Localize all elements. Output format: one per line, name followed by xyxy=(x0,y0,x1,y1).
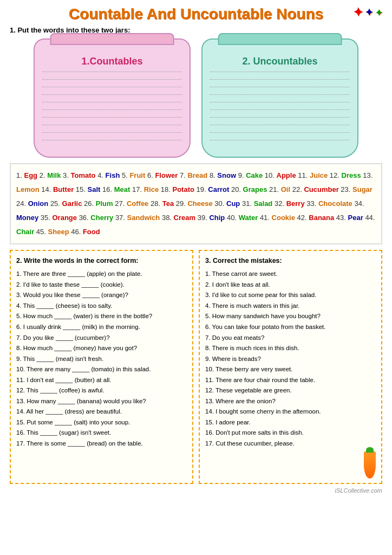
section2-list: 1. There are three _____ (apple) on the … xyxy=(16,269,187,449)
section2-box: 2. Write the words in the correct form: … xyxy=(10,250,193,484)
list-item: 10. There are many _____ (tomato) in thi… xyxy=(16,364,187,375)
decorative-food xyxy=(205,451,376,479)
word-item: Bread xyxy=(187,171,207,179)
word-number: 40. xyxy=(227,214,237,222)
carrot-image xyxy=(364,451,376,479)
word-item: Oil xyxy=(281,185,290,193)
word-number: 29. xyxy=(176,199,186,208)
word-number: 23. xyxy=(341,185,350,193)
word-number: 37. xyxy=(115,214,125,222)
word-number: 21. xyxy=(269,185,279,193)
list-item: 15. I adore pear. xyxy=(205,417,376,428)
word-number: 28. xyxy=(151,199,160,208)
word-number: 7. xyxy=(180,171,186,179)
word-number: 42. xyxy=(297,214,307,222)
jar-line xyxy=(210,94,350,95)
word-item: Flower xyxy=(155,171,178,179)
section3-list: 1. These carrot are sweet.2. I don't lik… xyxy=(205,269,376,449)
star-red-icon: ✦ xyxy=(353,5,363,20)
word-item: Egg xyxy=(24,171,37,179)
word-item: Carrot xyxy=(208,185,229,193)
list-item: 15. Put some _____ (salt) into your soup… xyxy=(16,417,187,428)
word-item: Onion xyxy=(28,199,49,208)
word-item: Cherry xyxy=(90,214,113,222)
word-item: Coffee xyxy=(127,199,148,208)
jar-countables: 1.Countables xyxy=(34,38,191,158)
decorative-icons: ✦ ✦ ✦ xyxy=(353,5,382,20)
word-item: Pear xyxy=(348,214,363,222)
jar1-label: 1.Countables xyxy=(42,56,182,67)
jar-line xyxy=(42,94,182,95)
word-number: 22. xyxy=(292,185,302,193)
jar-line xyxy=(42,102,182,102)
star-green-icon: ✦ xyxy=(375,8,382,18)
list-item: 1. These carrot are sweet. xyxy=(205,269,376,280)
jar-line xyxy=(210,102,350,102)
jar-line xyxy=(210,117,350,118)
list-item: 12. This _____ (coffee) is awful. xyxy=(16,385,187,396)
bottom-sections: 2. Write the words in the correct form: … xyxy=(10,250,382,484)
word-item: Rice xyxy=(144,185,159,193)
star-blue-icon: ✦ xyxy=(365,7,373,18)
word-number: 5. xyxy=(122,171,128,179)
jar-line xyxy=(210,79,350,80)
word-item: Cheese xyxy=(187,199,212,208)
word-item: Sheep xyxy=(48,228,69,236)
word-number: 9. xyxy=(238,171,244,179)
jar1-lines xyxy=(42,72,182,140)
word-number: 16. xyxy=(102,185,112,193)
list-item: 3. I'd like to cut some pear for this sa… xyxy=(205,290,376,301)
word-number: 18. xyxy=(161,185,171,193)
word-number: 17. xyxy=(132,185,142,193)
word-item: Salad xyxy=(254,199,273,208)
word-number: 26. xyxy=(84,199,94,208)
word-number: 24. xyxy=(16,199,26,208)
word-item: Cake xyxy=(246,171,263,179)
list-item: 6. You can take four potato from the bas… xyxy=(205,322,376,333)
word-number: 32. xyxy=(275,199,284,208)
word-number: 25. xyxy=(50,199,60,208)
list-item: 13. How many _____ (banana) would you li… xyxy=(16,396,187,407)
list-item: 7. Do you eat meats? xyxy=(205,333,376,344)
list-item: 17. Cut these cucumber, please. xyxy=(205,438,376,449)
word-item: Cream xyxy=(174,214,195,222)
footer: iSLCollective.com xyxy=(10,487,382,494)
list-item: 2. I don't like teas at all. xyxy=(205,280,376,291)
list-item: 16. Don't put more salts in this dish. xyxy=(205,428,376,438)
section3-box: 3. Correct the mistakes: 1. These carrot… xyxy=(199,250,382,484)
jar2-label: 2. Uncountables xyxy=(210,56,350,67)
word-item: Chocolate xyxy=(318,199,352,208)
jar-line xyxy=(42,109,182,110)
word-item: Cup xyxy=(226,199,240,208)
jar1-lid xyxy=(50,33,174,45)
word-number: 12. xyxy=(330,171,339,179)
word-number: 45. xyxy=(36,228,46,236)
word-item: Plum xyxy=(96,199,113,208)
list-item: 10. These berry are very sweet. xyxy=(205,364,376,375)
jar-line xyxy=(42,79,182,80)
list-item: 2. I'd like to taste these _____ (cookie… xyxy=(16,280,187,291)
word-item: Meat xyxy=(114,185,130,193)
list-item: 9. This _____ (meat) isn't fresh. xyxy=(16,354,187,365)
word-item: Chip xyxy=(209,214,225,222)
word-list-section: 1. Egg 2. Milk 3. Tomato 4. Fish 5. Frui… xyxy=(10,163,382,244)
word-item: Cucumber xyxy=(304,185,338,193)
word-item: Water xyxy=(239,214,258,222)
jar-line xyxy=(210,132,350,133)
section2-title: 2. Write the words in the correct form: xyxy=(16,255,187,267)
list-item: 4. This _____ (cheese) is too salty. xyxy=(16,301,187,312)
word-number: 1. xyxy=(16,171,22,179)
jar2-lines xyxy=(210,72,350,140)
word-number: 34. xyxy=(354,199,364,208)
word-number: 39. xyxy=(198,214,207,222)
list-item: 5. How many sandwich have you bought? xyxy=(205,311,376,322)
word-number: 38. xyxy=(162,214,172,222)
jars-section: 1.Countables 2. Uncountables xyxy=(10,38,382,158)
list-item: 7. Do you like _____ (cucumber)? xyxy=(16,333,187,344)
word-item: Snow xyxy=(217,171,236,179)
jar-line xyxy=(210,140,350,140)
word-number: 20. xyxy=(231,185,241,193)
word-item: Lemon xyxy=(16,185,40,193)
word-number: 8. xyxy=(210,171,215,179)
word-number: 46. xyxy=(71,228,81,236)
